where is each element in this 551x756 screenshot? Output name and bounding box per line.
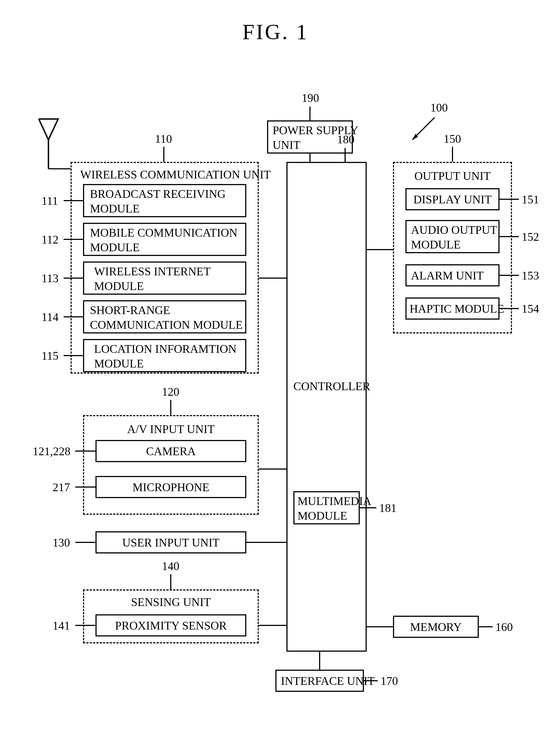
memory-label: MEMORY <box>393 620 479 635</box>
conn-av-ctrl <box>259 469 287 470</box>
conn-153 <box>500 275 519 276</box>
conn-ui-ctrl <box>246 542 287 543</box>
ref-190: 190 <box>302 91 319 105</box>
lead-180 <box>345 148 346 162</box>
sensing-title: SENSING UNIT <box>83 595 259 610</box>
conn-114 <box>64 316 83 317</box>
lead-150 <box>452 147 453 162</box>
location-label: LOCATION INFORAMTION MODULE <box>94 342 236 371</box>
ref-180: 180 <box>337 133 355 146</box>
ref-141: 141 <box>53 619 70 632</box>
wireless-internet-label: WIRELESS INTERNET MODULE <box>94 264 210 293</box>
ref-110: 110 <box>155 132 172 145</box>
conn-154 <box>500 308 519 309</box>
ref-130: 130 <box>53 536 70 549</box>
conn-sens-ctrl <box>259 625 287 626</box>
ref-170: 170 <box>381 674 398 688</box>
conn-141 <box>75 625 95 626</box>
conn-217 <box>75 487 95 488</box>
conn-121 <box>75 451 95 452</box>
av-title: A/V INPUT UNIT <box>83 422 259 437</box>
ref-120: 120 <box>162 385 179 399</box>
ref-150: 150 <box>444 132 461 145</box>
lead-110 <box>163 147 164 162</box>
ref-152: 152 <box>522 230 539 243</box>
output-title: OUTPUT UNIT <box>393 169 512 183</box>
figure-title: FIG. 1 <box>0 19 551 44</box>
camera-label: CAMERA <box>95 444 246 459</box>
haptic-label: HAPTIC MODULE <box>410 301 504 316</box>
controller-label: CONTROLLER <box>294 379 360 394</box>
ref-153: 153 <box>522 269 539 282</box>
ref-121: 121,228 <box>33 445 71 458</box>
conn-antenna-wcu <box>48 168 71 169</box>
conn-151 <box>500 199 519 200</box>
alarm-label: ALARM UNIT <box>411 268 484 283</box>
conn-power-ctrl <box>310 154 311 162</box>
lead-190 <box>310 106 311 120</box>
proximity-label: PROXIMITY SENSOR <box>95 619 246 633</box>
conn-115 <box>64 355 83 356</box>
conn-170 <box>364 680 378 681</box>
ref-100: 100 <box>430 101 448 114</box>
lead-120 <box>170 400 171 415</box>
arrow-100 <box>404 115 443 148</box>
short-range-label: SHORT-RANGE COMMUNICATION MODULE <box>90 303 243 332</box>
ref-114: 114 <box>41 310 58 324</box>
ref-140: 140 <box>162 560 179 573</box>
conn-130 <box>75 542 95 543</box>
ref-112: 112 <box>41 233 58 246</box>
conn-160 <box>479 626 493 627</box>
audio-out-label: AUDIO OUTPUT MODULE <box>411 223 497 252</box>
ref-154: 154 <box>522 302 539 315</box>
conn-ctrl-out <box>367 249 393 250</box>
antenna-icon <box>36 116 61 171</box>
ref-181: 181 <box>379 502 397 515</box>
conn-111 <box>64 200 83 201</box>
multimedia-label: MULTIMEDIA MODULE <box>298 494 372 523</box>
controller-box <box>287 162 367 652</box>
user-input-label: USER INPUT UNIT <box>95 536 246 550</box>
mobile-comm-label: MOBILE COMMUNICATION MODULE <box>90 225 237 254</box>
diagram-page: FIG. 1 CONTROLLER MULTIMEDIA MODULE 181 … <box>0 0 551 756</box>
conn-113 <box>64 277 83 279</box>
wcu-title: WIRELESS COMMUNICATION UNIT <box>80 167 270 182</box>
display-label: DISPLAY UNIT <box>406 192 500 207</box>
ref-151: 151 <box>522 193 539 206</box>
broadcast-label: BROADCAST RECEIVING MODULE <box>90 187 225 216</box>
conn-wcu-ctrl <box>259 277 287 279</box>
ref-217: 217 <box>53 481 70 494</box>
ref-115: 115 <box>41 349 58 362</box>
ref-160: 160 <box>495 620 513 634</box>
conn-ctrl-iface <box>319 652 320 670</box>
conn-181 <box>360 507 376 508</box>
ref-113: 113 <box>41 272 58 285</box>
conn-152 <box>500 236 519 237</box>
interface-label: INTERFACE UNIT <box>281 674 375 689</box>
ref-111: 111 <box>41 194 58 207</box>
conn-112 <box>64 239 83 240</box>
conn-ctrl-mem <box>367 626 393 627</box>
lead-140 <box>170 574 171 589</box>
microphone-label: MICROPHONE <box>95 480 246 495</box>
